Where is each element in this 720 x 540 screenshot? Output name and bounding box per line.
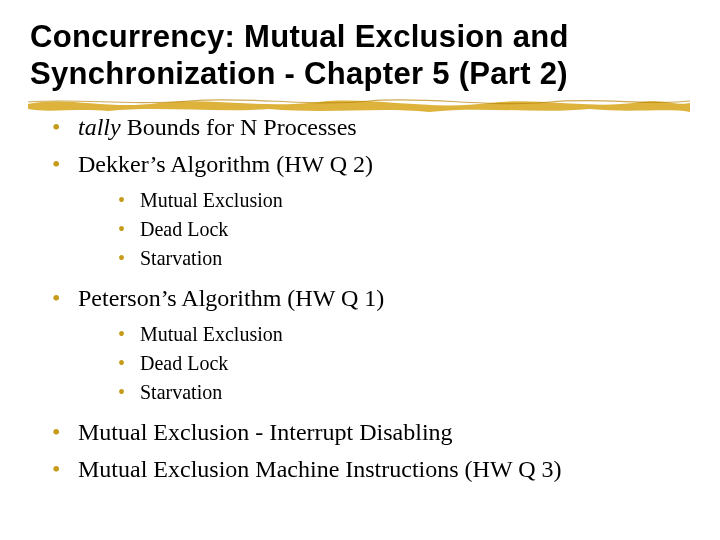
bullet-item-2-text: Dekker’s Algorithm (HW Q 2) — [78, 151, 373, 177]
bullet-item-1-italic: tally — [78, 114, 121, 140]
sub-item: Dead Lock — [118, 349, 690, 378]
sub-item: Starvation — [118, 244, 690, 273]
sub-item: Mutual Exclusion — [118, 320, 690, 349]
sub-item: Dead Lock — [118, 215, 690, 244]
bullet-item-3: Peterson’s Algorithm (HW Q 1) Mutual Exc… — [52, 281, 690, 407]
sub-item: Mutual Exclusion — [118, 186, 690, 215]
bullet-item-1: tally Bounds for N Processes — [52, 110, 690, 145]
bullet-item-2: Dekker’s Algorithm (HW Q 2) Mutual Exclu… — [52, 147, 690, 273]
bullet-list: tally Bounds for N Processes Dekker’s Al… — [30, 110, 690, 486]
slide-title: Concurrency: Mutual Exclusion and Synchr… — [30, 18, 690, 92]
bullet-item-2-sublist: Mutual Exclusion Dead Lock Starvation — [78, 186, 690, 273]
bullet-item-3-sublist: Mutual Exclusion Dead Lock Starvation — [78, 320, 690, 407]
bullet-item-1-rest: Bounds for N Processes — [121, 114, 357, 140]
bullet-item-4: Mutual Exclusion - Interrupt Disabling — [52, 415, 690, 450]
bullet-item-5: Mutual Exclusion Machine Instructions (H… — [52, 452, 690, 487]
sub-item: Starvation — [118, 378, 690, 407]
bullet-item-3-text: Peterson’s Algorithm (HW Q 1) — [78, 285, 384, 311]
slide: { "title": "Concurrency: Mutual Exclusio… — [0, 0, 720, 540]
